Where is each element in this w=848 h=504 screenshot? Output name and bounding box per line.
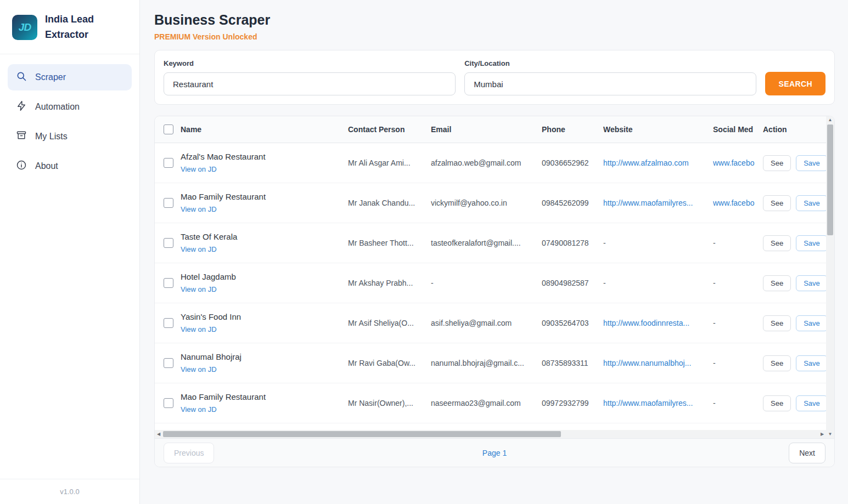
scroll-up-icon[interactable]: ▲ xyxy=(828,116,833,124)
view-on-jd-link[interactable]: View on JD xyxy=(181,405,217,414)
website-link[interactable]: http://www.foodinnresta... xyxy=(603,319,713,327)
horizontal-scrollbar-thumb[interactable] xyxy=(163,431,561,437)
row-checkbox[interactable] xyxy=(164,158,173,168)
save-button[interactable]: Save xyxy=(796,275,828,291)
see-button[interactable]: See xyxy=(763,275,791,291)
table-row: Yasin's Food Inn View on JD Mr Asif Shel… xyxy=(155,303,826,343)
save-button[interactable]: Save xyxy=(796,355,828,371)
column-header-name: Name xyxy=(181,125,348,134)
row-checkbox[interactable] xyxy=(164,358,173,368)
table-row: Mao Family Restaurant View on JD Mr Jana… xyxy=(155,183,826,223)
see-button[interactable]: See xyxy=(763,395,791,411)
social-value: - xyxy=(713,239,763,247)
sidebar-item-label: Automation xyxy=(35,102,80,112)
email-value: vickymilf@yahoo.co.in xyxy=(431,199,542,207)
website-link[interactable]: http://www.afzalmao.com xyxy=(603,158,713,167)
row-checkbox[interactable] xyxy=(164,278,173,288)
table-row: Afzal's Mao Restaurant View on JD Mr Ali… xyxy=(155,143,826,183)
sidebar-item-label: My Lists xyxy=(35,132,68,141)
website-value: - xyxy=(603,279,713,287)
previous-page-button[interactable]: Previous xyxy=(164,443,214,463)
contact-person: Mr Nasir(Owner),... xyxy=(348,399,431,407)
sidebar-item-my-lists[interactable]: My Lists xyxy=(8,123,132,150)
business-name: Mao Family Restaurant xyxy=(181,192,348,201)
sidebar-item-automation[interactable]: Automation xyxy=(8,94,132,120)
save-button[interactable]: Save xyxy=(796,195,828,211)
select-all-checkbox[interactable] xyxy=(164,124,173,134)
view-on-jd-link[interactable]: View on JD xyxy=(181,245,217,253)
website-link[interactable]: http://www.maofamilyres... xyxy=(603,199,713,207)
see-button[interactable]: See xyxy=(763,315,791,331)
column-header-email: Email xyxy=(431,125,542,134)
contact-person: Mr Asif Sheliya(O... xyxy=(348,319,431,327)
app-logo: JD xyxy=(12,15,37,40)
website-link[interactable]: http://www.nanumalbhoj... xyxy=(603,359,713,367)
view-on-jd-link[interactable]: View on JD xyxy=(181,325,217,333)
see-button[interactable]: See xyxy=(763,155,791,171)
email-value: tasteofkeralafort@gmail.... xyxy=(431,239,542,247)
vertical-scrollbar[interactable]: ▲ ▼ xyxy=(826,116,834,438)
phone-value: 07490081278 xyxy=(542,239,603,247)
business-name: Yasin's Food Inn xyxy=(181,312,348,321)
next-page-button[interactable]: Next xyxy=(789,443,825,463)
column-header-social: Social Med xyxy=(713,125,763,134)
save-button[interactable]: Save xyxy=(796,315,828,331)
phone-value: 09845262099 xyxy=(542,199,603,207)
view-on-jd-link[interactable]: View on JD xyxy=(181,205,217,213)
row-checkbox[interactable] xyxy=(164,198,173,208)
contact-person: Mr Basheer Thott... xyxy=(348,239,431,247)
view-on-jd-link[interactable]: View on JD xyxy=(181,365,217,373)
phone-value: 09972932799 xyxy=(542,399,603,407)
social-link[interactable]: www.facebo xyxy=(713,158,763,167)
location-input[interactable] xyxy=(464,72,756,95)
search-button[interactable]: SEARCH xyxy=(765,72,825,95)
search-icon xyxy=(16,71,27,84)
business-name: Hotel Jagdamb xyxy=(181,272,348,281)
see-button[interactable]: See xyxy=(763,195,791,211)
premium-badge: PREMIUM Version Unlocked xyxy=(154,32,835,41)
sidebar-item-scraper[interactable]: Scraper xyxy=(8,64,132,90)
see-button[interactable]: See xyxy=(763,235,791,251)
contact-person: Mr Akshay Prabh... xyxy=(348,279,431,287)
keyword-input[interactable] xyxy=(164,72,456,95)
phone-value: 08904982587 xyxy=(542,279,603,287)
results-table: Name Contact Person Email Phone Website … xyxy=(154,116,835,467)
view-on-jd-link[interactable]: View on JD xyxy=(181,285,217,293)
sidebar: JD India Lead Extractor Scraper xyxy=(0,0,140,504)
location-field-group: City/Location xyxy=(464,59,756,95)
social-value: - xyxy=(713,359,763,367)
pagination-bar: Previous Page 1 Next xyxy=(155,438,834,467)
search-form: Keyword City/Location SEARCH xyxy=(154,50,835,105)
scroll-down-icon[interactable]: ▼ xyxy=(828,431,833,438)
email-value: naseermao23@gmail.com xyxy=(431,399,542,407)
scroll-right-icon[interactable]: ▶ xyxy=(818,432,826,437)
row-checkbox[interactable] xyxy=(164,318,173,328)
email-value: asif.sheliya@gmail.com xyxy=(431,319,542,327)
page-indicator: Page 1 xyxy=(482,449,507,457)
table-row: Hotel Jagdamb View on JD Mr Akshay Prabh… xyxy=(155,263,826,303)
contact-person: Mr Janak Chandu... xyxy=(348,199,431,207)
social-value: - xyxy=(713,279,763,287)
social-value: - xyxy=(713,399,763,407)
keyword-field-group: Keyword xyxy=(164,59,456,95)
view-on-jd-link[interactable]: View on JD xyxy=(181,165,217,173)
save-button[interactable]: Save xyxy=(796,395,828,411)
horizontal-scrollbar[interactable]: ◀ ▶ xyxy=(155,430,826,438)
vertical-scrollbar-thumb[interactable] xyxy=(827,124,833,235)
sidebar-item-label: Scraper xyxy=(35,72,66,82)
sidebar-item-about[interactable]: About xyxy=(8,153,132,179)
save-button[interactable]: Save xyxy=(796,155,828,171)
location-label: City/Location xyxy=(464,59,756,67)
contact-person: Mr Ali Asgar Ami... xyxy=(348,158,431,167)
website-link[interactable]: http://www.maofamilyres... xyxy=(603,399,713,407)
social-link[interactable]: www.facebo xyxy=(713,199,763,207)
row-checkbox[interactable] xyxy=(164,398,173,408)
contact-person: Mr Ravi Gaba(Ow... xyxy=(348,359,431,367)
row-checkbox[interactable] xyxy=(164,238,173,248)
archive-icon xyxy=(16,130,27,143)
keyword-label: Keyword xyxy=(164,59,456,67)
save-button[interactable]: Save xyxy=(796,235,828,251)
scroll-left-icon[interactable]: ◀ xyxy=(155,432,162,437)
see-button[interactable]: See xyxy=(763,355,791,371)
app-title-line2: Extractor xyxy=(45,27,94,43)
